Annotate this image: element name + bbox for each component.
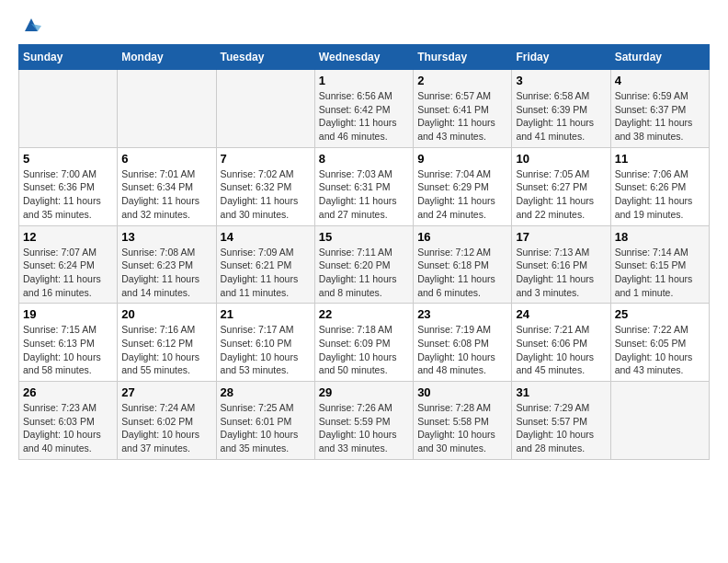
day-number: 28 bbox=[221, 385, 311, 399]
day-number: 12 bbox=[23, 230, 113, 244]
day-number: 7 bbox=[221, 152, 311, 166]
day-number: 1 bbox=[319, 74, 409, 87]
day-info: Sunrise: 6:57 AM Sunset: 6:41 PM Dayligh… bbox=[417, 89, 507, 144]
day-number: 3 bbox=[516, 74, 606, 87]
calendar-cell: 13Sunrise: 7:08 AM Sunset: 6:23 PM Dayli… bbox=[118, 225, 216, 304]
weekday-header-thursday: Thursday bbox=[414, 45, 512, 70]
calendar-cell: 26Sunrise: 7:23 AM Sunset: 6:03 PM Dayli… bbox=[19, 382, 118, 460]
day-number: 18 bbox=[615, 230, 705, 244]
day-info: Sunrise: 6:59 AM Sunset: 6:37 PM Dayligh… bbox=[615, 89, 705, 144]
day-number: 25 bbox=[615, 307, 705, 321]
calendar-cell: 11Sunrise: 7:06 AM Sunset: 6:26 PM Dayli… bbox=[610, 147, 709, 225]
calendar-cell: 8Sunrise: 7:03 AM Sunset: 6:31 PM Daylig… bbox=[314, 147, 413, 225]
calendar-cell bbox=[216, 70, 314, 148]
day-info: Sunrise: 7:12 AM Sunset: 6:18 PM Dayligh… bbox=[417, 246, 507, 300]
day-number: 26 bbox=[23, 385, 113, 399]
calendar-table: SundayMondayTuesdayWednesdayThursdayFrid… bbox=[18, 44, 710, 460]
calendar-cell: 29Sunrise: 7:26 AM Sunset: 5:59 PM Dayli… bbox=[314, 382, 413, 460]
day-info: Sunrise: 7:06 AM Sunset: 6:26 PM Dayligh… bbox=[615, 167, 705, 222]
day-number: 13 bbox=[121, 230, 211, 244]
day-info: Sunrise: 7:26 AM Sunset: 5:59 PM Dayligh… bbox=[319, 401, 409, 455]
day-number: 17 bbox=[516, 230, 606, 244]
day-number: 24 bbox=[516, 307, 606, 321]
day-info: Sunrise: 7:16 AM Sunset: 6:12 PM Dayligh… bbox=[121, 323, 211, 377]
day-number: 9 bbox=[417, 152, 507, 166]
day-info: Sunrise: 7:15 AM Sunset: 6:13 PM Dayligh… bbox=[23, 323, 113, 377]
day-number: 15 bbox=[319, 230, 409, 244]
day-info: Sunrise: 7:11 AM Sunset: 6:20 PM Dayligh… bbox=[319, 246, 409, 300]
calendar-cell: 4Sunrise: 6:59 AM Sunset: 6:37 PM Daylig… bbox=[610, 70, 709, 148]
day-info: Sunrise: 7:29 AM Sunset: 5:57 PM Dayligh… bbox=[516, 401, 606, 455]
weekday-header-tuesday: Tuesday bbox=[216, 45, 314, 70]
day-info: Sunrise: 7:21 AM Sunset: 6:06 PM Dayligh… bbox=[516, 323, 606, 377]
day-number: 6 bbox=[121, 152, 211, 166]
calendar-cell: 12Sunrise: 7:07 AM Sunset: 6:24 PM Dayli… bbox=[19, 225, 118, 304]
day-number: 29 bbox=[319, 385, 409, 399]
calendar-cell: 15Sunrise: 7:11 AM Sunset: 6:20 PM Dayli… bbox=[314, 225, 413, 304]
day-number: 19 bbox=[23, 307, 113, 321]
day-info: Sunrise: 7:22 AM Sunset: 6:05 PM Dayligh… bbox=[615, 323, 705, 377]
calendar-cell: 19Sunrise: 7:15 AM Sunset: 6:13 PM Dayli… bbox=[19, 304, 118, 382]
calendar-cell: 7Sunrise: 7:02 AM Sunset: 6:32 PM Daylig… bbox=[216, 147, 314, 225]
day-number: 27 bbox=[121, 385, 211, 399]
day-number: 20 bbox=[121, 307, 211, 321]
calendar-cell: 22Sunrise: 7:18 AM Sunset: 6:09 PM Dayli… bbox=[314, 304, 413, 382]
day-info: Sunrise: 7:01 AM Sunset: 6:34 PM Dayligh… bbox=[121, 167, 211, 222]
day-number: 31 bbox=[516, 385, 606, 399]
day-info: Sunrise: 7:07 AM Sunset: 6:24 PM Dayligh… bbox=[23, 246, 113, 300]
calendar-cell: 6Sunrise: 7:01 AM Sunset: 6:34 PM Daylig… bbox=[118, 147, 216, 225]
calendar-cell: 1Sunrise: 6:56 AM Sunset: 6:42 PM Daylig… bbox=[314, 70, 413, 148]
day-number: 8 bbox=[319, 152, 409, 166]
day-number: 21 bbox=[221, 307, 311, 321]
day-info: Sunrise: 7:04 AM Sunset: 6:29 PM Dayligh… bbox=[417, 167, 507, 222]
day-info: Sunrise: 7:17 AM Sunset: 6:10 PM Dayligh… bbox=[221, 323, 311, 377]
day-number: 22 bbox=[319, 307, 409, 321]
calendar-cell: 16Sunrise: 7:12 AM Sunset: 6:18 PM Dayli… bbox=[414, 225, 512, 304]
calendar-cell: 3Sunrise: 6:58 AM Sunset: 6:39 PM Daylig… bbox=[512, 70, 610, 148]
logo-icon bbox=[21, 15, 41, 35]
day-number: 14 bbox=[221, 230, 311, 244]
day-info: Sunrise: 7:18 AM Sunset: 6:09 PM Dayligh… bbox=[319, 323, 409, 377]
day-number: 2 bbox=[417, 74, 507, 87]
day-info: Sunrise: 7:09 AM Sunset: 6:21 PM Dayligh… bbox=[221, 246, 311, 300]
day-info: Sunrise: 7:28 AM Sunset: 5:58 PM Dayligh… bbox=[417, 401, 507, 455]
day-number: 10 bbox=[516, 152, 606, 166]
day-info: Sunrise: 7:14 AM Sunset: 6:15 PM Dayligh… bbox=[615, 246, 705, 300]
calendar-cell: 21Sunrise: 7:17 AM Sunset: 6:10 PM Dayli… bbox=[216, 304, 314, 382]
day-number: 16 bbox=[417, 230, 507, 244]
calendar-cell: 28Sunrise: 7:25 AM Sunset: 6:01 PM Dayli… bbox=[216, 382, 314, 460]
day-number: 5 bbox=[23, 152, 113, 166]
day-info: Sunrise: 7:03 AM Sunset: 6:31 PM Dayligh… bbox=[319, 167, 409, 222]
weekday-header-friday: Friday bbox=[512, 45, 610, 70]
day-info: Sunrise: 7:00 AM Sunset: 6:36 PM Dayligh… bbox=[23, 167, 113, 222]
calendar-cell: 30Sunrise: 7:28 AM Sunset: 5:58 PM Dayli… bbox=[414, 382, 512, 460]
day-info: Sunrise: 7:08 AM Sunset: 6:23 PM Dayligh… bbox=[121, 246, 211, 300]
day-number: 11 bbox=[615, 152, 705, 166]
logo bbox=[18, 18, 41, 35]
day-info: Sunrise: 7:19 AM Sunset: 6:08 PM Dayligh… bbox=[417, 323, 507, 377]
calendar-cell: 23Sunrise: 7:19 AM Sunset: 6:08 PM Dayli… bbox=[414, 304, 512, 382]
day-number: 23 bbox=[417, 307, 507, 321]
weekday-header-monday: Monday bbox=[118, 45, 216, 70]
calendar-cell: 20Sunrise: 7:16 AM Sunset: 6:12 PM Dayli… bbox=[118, 304, 216, 382]
calendar-cell: 18Sunrise: 7:14 AM Sunset: 6:15 PM Dayli… bbox=[610, 225, 709, 304]
calendar-cell: 10Sunrise: 7:05 AM Sunset: 6:27 PM Dayli… bbox=[512, 147, 610, 225]
page-header bbox=[18, 18, 710, 35]
weekday-header-wednesday: Wednesday bbox=[314, 45, 413, 70]
day-info: Sunrise: 7:05 AM Sunset: 6:27 PM Dayligh… bbox=[516, 167, 606, 222]
calendar-cell: 31Sunrise: 7:29 AM Sunset: 5:57 PM Dayli… bbox=[512, 382, 610, 460]
day-number: 30 bbox=[417, 385, 507, 399]
day-info: Sunrise: 6:58 AM Sunset: 6:39 PM Dayligh… bbox=[516, 89, 606, 144]
calendar-cell bbox=[118, 70, 216, 148]
day-info: Sunrise: 7:13 AM Sunset: 6:16 PM Dayligh… bbox=[516, 246, 606, 300]
calendar-cell: 14Sunrise: 7:09 AM Sunset: 6:21 PM Dayli… bbox=[216, 225, 314, 304]
calendar-cell bbox=[19, 70, 118, 148]
calendar-cell: 24Sunrise: 7:21 AM Sunset: 6:06 PM Dayli… bbox=[512, 304, 610, 382]
day-info: Sunrise: 7:25 AM Sunset: 6:01 PM Dayligh… bbox=[221, 401, 311, 455]
calendar-cell: 25Sunrise: 7:22 AM Sunset: 6:05 PM Dayli… bbox=[610, 304, 709, 382]
calendar-cell bbox=[610, 382, 709, 460]
calendar-cell: 27Sunrise: 7:24 AM Sunset: 6:02 PM Dayli… bbox=[118, 382, 216, 460]
calendar-cell: 2Sunrise: 6:57 AM Sunset: 6:41 PM Daylig… bbox=[414, 70, 512, 148]
calendar-cell: 17Sunrise: 7:13 AM Sunset: 6:16 PM Dayli… bbox=[512, 225, 610, 304]
weekday-header-sunday: Sunday bbox=[19, 45, 118, 70]
